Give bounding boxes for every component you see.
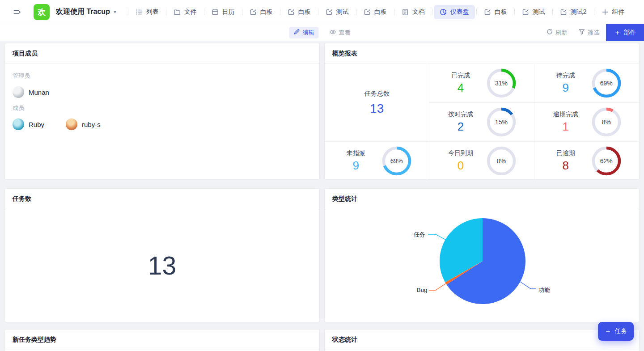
progress-ring: 31% bbox=[486, 68, 517, 98]
edit-mode-button[interactable]: 编辑 bbox=[289, 27, 319, 38]
tab-whiteboard-1[interactable]: 白板 bbox=[244, 5, 279, 19]
add-task-button[interactable]: ＋ 任务 bbox=[598, 322, 634, 341]
progress-ring: 69% bbox=[591, 68, 622, 98]
tab-whiteboard-2[interactable]: 白板 bbox=[282, 5, 317, 19]
progress-ring: 15% bbox=[486, 107, 517, 137]
tab-divider bbox=[280, 8, 280, 15]
member-name: Munan bbox=[29, 89, 49, 96]
whiteboard-icon bbox=[326, 8, 333, 16]
tab-label: 列表 bbox=[146, 8, 159, 16]
tab-list[interactable]: 列表 bbox=[130, 5, 165, 19]
stat-label: 今日到期 bbox=[447, 149, 475, 157]
edit-mode-label: 编辑 bbox=[303, 29, 314, 37]
ring-percent: 15% bbox=[486, 107, 517, 137]
pie-leader-line-feature bbox=[520, 282, 536, 289]
refresh-icon bbox=[547, 29, 553, 36]
stat-label: 按时完成 bbox=[447, 110, 475, 118]
member-item[interactable]: ruby-s bbox=[66, 118, 119, 130]
stat-overdue: 已逾期 8 62% bbox=[534, 142, 639, 180]
whiteboard-icon bbox=[522, 8, 529, 16]
pie-leader-line-bug bbox=[429, 283, 446, 290]
type-pie-chart bbox=[325, 209, 639, 322]
avatar bbox=[13, 118, 24, 130]
overview-report-panel: 概览报表 任务总数 13 已完成 4 31% bbox=[324, 43, 640, 180]
add-widget-button[interactable]: ＋ 部件 bbox=[606, 24, 644, 41]
filter-button[interactable]: 筛选 bbox=[579, 29, 599, 37]
tab-docs[interactable]: 文档 bbox=[396, 5, 431, 19]
tab-test-2[interactable]: 测试 bbox=[516, 5, 551, 19]
tab-files[interactable]: 文件 bbox=[168, 5, 203, 19]
filter-funnel-icon bbox=[579, 29, 585, 36]
refresh-label: 刷新 bbox=[555, 29, 567, 37]
plus-icon: ＋ bbox=[614, 29, 621, 36]
type-stats-body: 任务 Bug 功能 bbox=[325, 209, 639, 322]
dashboard-pie-icon bbox=[440, 8, 447, 16]
panel-title: 任务数 bbox=[13, 195, 31, 203]
tab-label: 白板 bbox=[495, 8, 507, 16]
ring-percent: 0% bbox=[486, 146, 517, 176]
whiteboard-icon bbox=[288, 8, 295, 16]
stat-value: 1 bbox=[552, 120, 580, 134]
overview-body: 任务总数 13 已完成 4 31% bbox=[325, 64, 639, 180]
type-stats-panel: 类型统计 任务 Bug 功能 bbox=[324, 188, 640, 322]
pie-leader-line-task bbox=[428, 234, 445, 240]
tab-add-component[interactable]: 组件 bbox=[596, 5, 631, 19]
tab-dashboard[interactable]: 仪表盘 bbox=[434, 5, 475, 19]
tab-test2[interactable]: 测试2 bbox=[554, 5, 593, 19]
admin-list: Munan bbox=[13, 86, 312, 98]
pencil-icon bbox=[294, 29, 300, 36]
tab-test-1[interactable]: 测试 bbox=[320, 5, 355, 19]
project-logo[interactable]: 欢 bbox=[34, 4, 50, 20]
member-name: Ruby bbox=[29, 121, 44, 128]
tab-calendar[interactable]: 日历 bbox=[206, 5, 241, 19]
plus-icon: ＋ bbox=[605, 328, 612, 335]
refresh-button[interactable]: 刷新 bbox=[547, 29, 567, 37]
project-members-panel: 项目成员 管理员 Munan 成员 Ruby bbox=[4, 43, 320, 180]
sidebar-collapse-icon[interactable] bbox=[12, 7, 22, 17]
progress-ring: 0% bbox=[486, 146, 517, 176]
panel-title: 概览报表 bbox=[332, 50, 357, 58]
panel-header: 类型统计 bbox=[325, 189, 639, 209]
stat-label: 未指派 bbox=[342, 149, 370, 157]
top-nav: 欢 欢迎使用 Tracup ▼ 列表 文件 日历 白板 bbox=[0, 0, 644, 24]
dashboard-content: 项目成员 管理员 Munan 成员 Ruby bbox=[0, 41, 644, 351]
admin-section-label: 管理员 bbox=[13, 72, 312, 80]
avatar bbox=[66, 118, 77, 130]
tab-label: 白板 bbox=[374, 8, 387, 16]
project-title[interactable]: 欢迎使用 Tracup bbox=[56, 7, 110, 17]
member-list: Ruby ruby-s bbox=[13, 118, 312, 130]
pie-label-task: 任务 bbox=[414, 231, 425, 239]
tab-whiteboard-3[interactable]: 白板 bbox=[358, 5, 393, 19]
new-task-trend-panel: 新任务类型趋势 bbox=[4, 329, 320, 351]
whiteboard-icon bbox=[484, 8, 491, 16]
panel-title: 新任务类型趋势 bbox=[13, 336, 56, 344]
tab-divider bbox=[514, 8, 515, 15]
ring-percent: 62% bbox=[591, 146, 622, 176]
panel-header: 状态统计 bbox=[325, 330, 639, 350]
member-item[interactable]: Ruby bbox=[13, 118, 66, 130]
stat-label: 逾期完成 bbox=[552, 110, 580, 118]
stat-value: 9 bbox=[552, 81, 580, 95]
eye-icon bbox=[330, 29, 336, 37]
panel-header: 概览报表 bbox=[325, 43, 639, 64]
view-mode-button[interactable]: 查看 bbox=[325, 27, 355, 38]
add-widget-label: 部件 bbox=[624, 29, 636, 37]
panel-header: 新任务类型趋势 bbox=[5, 330, 319, 350]
whiteboard-icon bbox=[560, 8, 567, 16]
stat-on-time: 按时完成 2 15% bbox=[429, 103, 534, 142]
tab-divider bbox=[318, 8, 318, 15]
tab-whiteboard-4[interactable]: 白板 bbox=[478, 5, 513, 19]
calendar-icon bbox=[212, 8, 219, 16]
chevron-down-icon[interactable]: ▼ bbox=[113, 9, 117, 14]
plus-icon bbox=[602, 8, 609, 16]
filter-label: 筛选 bbox=[588, 29, 599, 37]
ring-percent: 31% bbox=[486, 68, 517, 98]
stat-label: 待完成 bbox=[552, 72, 580, 80]
ring-percent: 69% bbox=[591, 68, 622, 98]
member-item[interactable]: Munan bbox=[13, 86, 66, 98]
tab-label: 测试2 bbox=[571, 8, 587, 16]
whiteboard-icon bbox=[250, 8, 257, 16]
dashboard-toolbar: 编辑 查看 刷新 筛选 ＋ 部件 bbox=[0, 24, 644, 41]
tab-label: 文档 bbox=[412, 8, 425, 16]
tab-divider bbox=[552, 8, 553, 15]
